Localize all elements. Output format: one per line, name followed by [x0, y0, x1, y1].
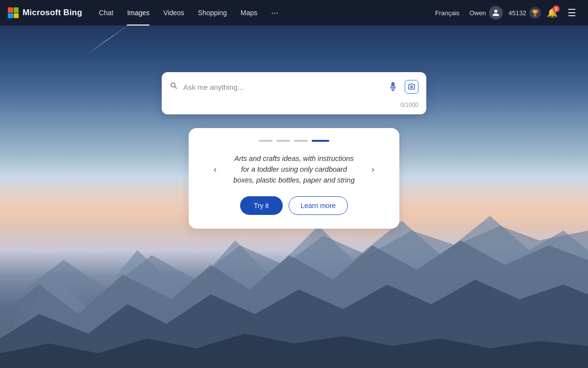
try-it-button[interactable]: Try it	[240, 196, 283, 215]
dot-3	[294, 140, 308, 142]
logo-text: Microsoft Bing	[23, 8, 82, 18]
search-input[interactable]	[183, 83, 381, 91]
card-prev-button[interactable]: ‹	[208, 163, 222, 177]
search-action-icons	[386, 80, 418, 94]
camera-icon[interactable]	[405, 80, 418, 94]
card-nav: ‹ Arts and crafts ideas, with instructio…	[208, 154, 380, 185]
ms-logo-icon	[8, 7, 19, 18]
language-button[interactable]: Français	[431, 7, 464, 19]
card-buttons: Try it Learn more	[208, 196, 380, 215]
learn-more-button[interactable]: Learn more	[289, 196, 348, 215]
user-area[interactable]: Owen	[469, 6, 503, 20]
notif-badge: 2	[553, 5, 560, 12]
hamburger-menu-button[interactable]: ☰	[564, 7, 580, 19]
logo-yellow	[14, 13, 19, 19]
user-name: Owen	[469, 9, 486, 17]
notifications-button[interactable]: 🔔 2	[547, 7, 558, 18]
svg-rect-5	[392, 82, 394, 86]
logo-red	[8, 7, 13, 13]
nav-more-button[interactable]: ···	[264, 0, 285, 26]
main-content: 0/1000 ‹ Arts and crafts ideas, with ins…	[0, 26, 588, 368]
points-area[interactable]: 45132 🏆	[509, 7, 541, 19]
nav-right: Français Owen 45132 🏆 🔔 2 ☰	[431, 6, 580, 20]
dot-2	[276, 140, 290, 142]
trophy-icon: 🏆	[529, 7, 541, 19]
dot-1	[259, 140, 272, 142]
search-icon	[170, 81, 178, 92]
card-progress-dots	[208, 140, 380, 142]
suggestion-card: ‹ Arts and crafts ideas, with instructio…	[189, 128, 399, 229]
card-suggestion-text: Arts and crafts ideas, with instructions…	[230, 154, 358, 185]
nav-links: Chat Images Videos Shopping Maps ···	[92, 0, 431, 26]
char-count: 0/1000	[170, 102, 418, 108]
nav-videos[interactable]: Videos	[156, 0, 191, 26]
nav-images[interactable]: Images	[120, 0, 156, 26]
nav-chat[interactable]: Chat	[92, 0, 121, 26]
points-value: 45132	[509, 9, 526, 17]
logo-blue	[8, 13, 13, 19]
search-container: 0/1000	[162, 72, 426, 114]
nav-shopping[interactable]: Shopping	[191, 0, 234, 26]
dot-4-active	[312, 140, 329, 142]
mic-icon[interactable]	[386, 80, 400, 94]
logo-green	[14, 7, 19, 13]
user-avatar-icon	[489, 6, 503, 20]
nav-maps[interactable]: Maps	[234, 0, 264, 26]
search-input-row	[170, 80, 418, 94]
card-next-button[interactable]: ›	[366, 163, 380, 177]
logo[interactable]: Microsoft Bing	[8, 7, 82, 18]
navbar: Microsoft Bing Chat Images Videos Shoppi…	[0, 0, 588, 26]
